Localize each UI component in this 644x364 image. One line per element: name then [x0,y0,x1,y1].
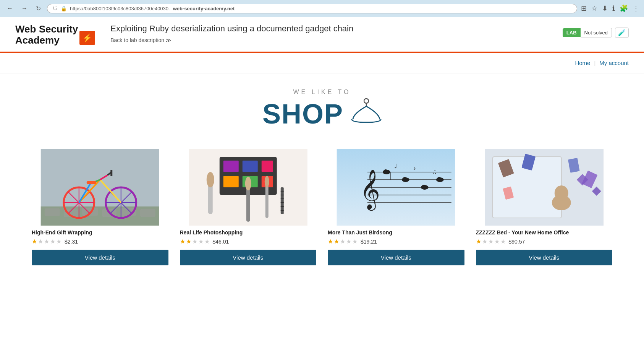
svg-text:♩: ♩ [394,163,397,169]
star: ★ [334,238,339,245]
svg-text:♫: ♫ [432,169,437,175]
url-domain: web-security-academy.net [173,6,235,11]
product-meta: ★★★★★$19.21 [328,238,464,245]
logo-line1: Web Security [15,24,78,35]
product-price: $46.01 [213,239,229,245]
view-details-button[interactable]: View details [476,250,613,265]
star: ★ [488,238,494,245]
star: ★ [38,238,43,245]
logo-icon: ⚡ [79,31,95,45]
site-header: Web Security Academy ⚡ Exploiting Ruby d… [0,17,644,53]
shield-icon: 🛡 [53,6,58,11]
product-card: 𝄞 ♩ ♪ ♫ More Than Just Birdsong★★★★★$19.… [328,149,464,265]
star: ★ [494,238,500,245]
product-image [476,149,613,226]
svg-point-62 [422,185,426,188]
product-image: 𝄞 ♩ ♪ ♫ [328,149,464,226]
qr-icon[interactable]: ⊞ [581,4,587,13]
svg-text:𝄞: 𝄞 [360,170,380,211]
product-meta: ★★★★★$2.31 [32,238,168,245]
svg-point-38 [245,177,251,190]
product-card: High-End Gift Wrapping★★★★★$2.31View det… [32,149,168,265]
lab-badge: LAB [563,28,581,37]
star: ★ [346,238,351,245]
back-button[interactable]: ← [5,4,15,13]
product-price: $90.57 [509,239,525,245]
product-image [180,149,317,226]
products-grid: High-End Gift Wrapping★★★★★$2.31View det… [16,141,628,281]
hero-subtitle: WE LIKE TO [8,89,636,96]
logo-line2: Academy [15,35,78,46]
info-icon[interactable]: ℹ [612,4,615,13]
view-details-button[interactable]: View details [32,250,168,265]
svg-point-57 [384,169,388,172]
product-card: ZZZZZZ Bed - Your New Home Office★★★★★$9… [476,149,613,265]
star: ★ [352,238,358,245]
star: ★ [44,238,49,245]
hero-section: WE LIKE TO SHOP [0,73,644,141]
browser-toolbar: ⊞ ☆ ⬇ ℹ 🧩 ⋮ [581,4,639,13]
product-stars: ★★★★★ [180,238,210,245]
star: ★ [204,238,210,245]
svg-point-64 [437,177,441,180]
svg-rect-8 [140,209,155,217]
product-card: Real Life Photoshopping★★★★★$46.01View d… [180,149,317,265]
star-icon[interactable]: ☆ [591,4,597,13]
view-details-button[interactable]: View details [328,250,464,265]
view-details-button[interactable]: View details [180,250,317,265]
product-stars: ★★★★★ [328,238,358,245]
product-name: ZZZZZZ Bed - Your New Home Office [476,229,613,236]
hero-title: SHOP [8,98,636,130]
hero-title-text: SHOP [262,98,343,130]
product-stars: ★★★★★ [32,238,61,245]
svg-point-36 [206,172,214,187]
star: ★ [500,238,506,245]
svg-point-40 [264,176,269,187]
browser-chrome: ← → ↻ 🛡 🔒 https://0ab800f103f9c03c803df3… [0,0,644,17]
extension-icon[interactable]: 🧩 [620,4,628,13]
lab-title: Exploiting Ruby deserialization using a … [110,24,563,34]
nav-links: Home | My account [575,60,629,66]
home-link[interactable]: Home [575,60,590,66]
star: ★ [180,238,185,245]
flask-icon: 🧪 [615,28,629,38]
star: ★ [482,238,487,245]
star: ★ [328,238,333,245]
logo-text: Web Security Academy [15,24,78,46]
svg-point-72 [554,185,568,201]
download-icon[interactable]: ⬇ [602,4,608,13]
star: ★ [32,238,37,245]
hanger-icon [351,98,382,130]
product-price: $2.31 [65,239,78,245]
svg-rect-29 [223,161,238,172]
product-name: More Than Just Birdsong [328,229,464,236]
svg-rect-26 [87,181,96,184]
svg-point-0 [364,99,369,103]
star: ★ [476,238,481,245]
lab-info: Exploiting Ruby deserialization using a … [95,24,563,44]
svg-rect-32 [223,176,238,187]
address-bar[interactable]: 🛡 🔒 https://0ab800f103f9c03c803df36700e4… [47,4,577,13]
product-price: $19.21 [361,239,377,245]
star: ★ [340,238,345,245]
svg-rect-31 [261,161,273,172]
nav-divider: | [594,60,595,66]
site-nav: Home | My account [0,53,644,73]
product-stars: ★★★★★ [476,238,506,245]
star: ★ [56,238,61,245]
logo: Web Security Academy ⚡ [15,24,95,46]
my-account-link[interactable]: My account [599,60,629,66]
forward-button[interactable]: → [19,4,30,13]
url-prefix: https://0ab800f103f9c03c803df36700e40030… [70,6,170,11]
menu-icon[interactable]: ⋮ [633,4,639,13]
lock-icon: 🔒 [61,6,67,11]
svg-rect-3 [45,208,60,216]
star: ★ [186,238,191,245]
star: ★ [192,238,197,245]
product-name: Real Life Photoshopping [180,229,317,236]
svg-rect-30 [242,161,257,172]
not-solved-label: Not solved [581,28,612,37]
refresh-button[interactable]: ↻ [34,4,43,13]
back-to-lab-link[interactable]: Back to lab description ≫ [110,37,172,43]
product-meta: ★★★★★$46.01 [180,238,317,245]
